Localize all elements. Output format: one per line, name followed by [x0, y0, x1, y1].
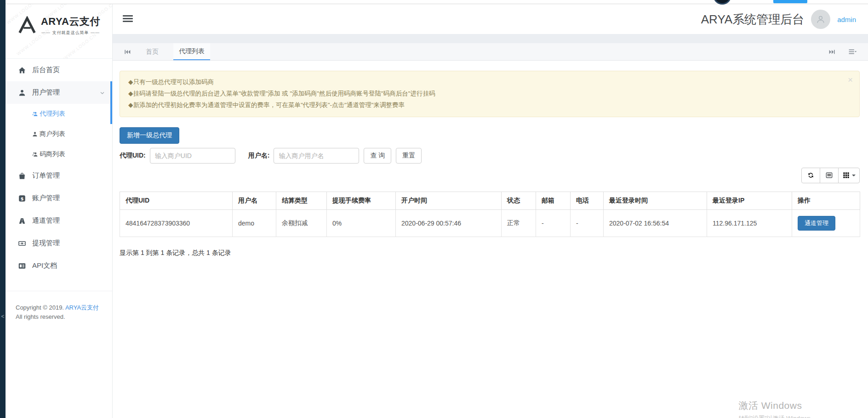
- hamburger-icon[interactable]: [123, 15, 133, 23]
- document-icon: [18, 262, 26, 270]
- column-header: 电话: [571, 192, 604, 209]
- column-header: 提现手续费率: [327, 192, 396, 209]
- cell-actions: 通道管理: [792, 209, 860, 237]
- table-header-row: 代理UID 用户名 结算类型 提现手续费率 开户时间 状态 邮箱 电话 最近登录…: [120, 192, 860, 209]
- sidebar-item-label: 账户管理: [32, 194, 60, 203]
- refresh-icon: [807, 172, 814, 179]
- toggle-view-button[interactable]: [820, 168, 839, 183]
- sidebar-subitem-agent-list[interactable]: 代理列表: [6, 104, 112, 124]
- sidebar-item-accounts[interactable]: 账户管理: [6, 187, 112, 209]
- sidebar-item-label: 通道管理: [32, 216, 60, 225]
- column-header: 开户时间: [396, 192, 502, 209]
- column-header: 最近登录IP: [707, 192, 792, 209]
- tab-agent-list[interactable]: 代理列表: [173, 43, 210, 60]
- home-icon: [18, 67, 26, 74]
- username-link[interactable]: admin: [837, 16, 856, 23]
- sidebar-item-orders[interactable]: 订单管理: [6, 164, 112, 187]
- pagination-summary: 显示第 1 到第 1 条记录，总共 1 条记录: [120, 249, 860, 257]
- column-header: 用户名: [233, 192, 276, 209]
- sidebar-item-withdrawals[interactable]: 提现管理: [6, 232, 112, 254]
- sidebar-item-label: 码商列表: [40, 150, 65, 158]
- cell-last-login-ip: 112.96.171.125: [707, 209, 792, 237]
- cell-email: -: [536, 209, 571, 237]
- page: < WWW.LOGO.CN WWW.LOGO.CN WWW.LOGO.CN WW…: [0, 0, 868, 418]
- dollar-icon: [18, 195, 26, 202]
- fast-forward-icon[interactable]: [828, 49, 836, 55]
- sidebar-item-label: 代理列表: [40, 110, 65, 118]
- brand-link[interactable]: ARYA云支付: [65, 304, 99, 311]
- sidebar: WWW.LOGO.CN WWW.LOGO.CN WWW.LOGO.CN WWW.…: [6, 0, 113, 418]
- cell-last-login-time: 2020-07-02 16:56:54: [604, 209, 707, 237]
- username-input[interactable]: [274, 148, 359, 164]
- column-header: 状态: [502, 192, 536, 209]
- tab-label: 首页: [146, 48, 159, 56]
- close-icon[interactable]: ×: [848, 74, 853, 86]
- users-icon: [32, 111, 38, 117]
- avatar[interactable]: [811, 10, 830, 29]
- user-icon: [32, 131, 38, 137]
- road-icon: [18, 217, 26, 225]
- logo-area: WWW.LOGO.CN WWW.LOGO.CN WWW.LOGO.CN WWW.…: [6, 0, 112, 59]
- columns-grid-icon: [843, 172, 850, 179]
- column-header: 结算类型: [276, 192, 327, 209]
- main-area: ARYA系统管理后台 admin 首页 代理列表 ◆只有一级总代理可以添加码商 …: [113, 5, 868, 418]
- toggle-view-icon: [826, 172, 833, 179]
- left-dark-strip: <: [0, 0, 6, 418]
- content: ◆只有一级总代理可以添加码商 ◆挂码请登陆一级总代理的后台进入菜单"收款管理"添…: [113, 61, 868, 257]
- columns-button[interactable]: [838, 168, 860, 183]
- fast-backward-icon[interactable]: [124, 49, 131, 55]
- sidebar-item-label: 提现管理: [32, 239, 60, 248]
- sidebar-item-label: API文档: [32, 261, 57, 270]
- chevron-down-icon: [100, 90, 105, 96]
- top-edge: [6, 0, 868, 4]
- channel-manage-button[interactable]: 通道管理: [798, 216, 835, 231]
- sidebar-item-dashboard[interactable]: 后台首页: [6, 59, 112, 81]
- cell-withdraw-fee: 0%: [327, 209, 396, 237]
- brand-logo-icon: [17, 16, 37, 34]
- sidebar-item-label: 订单管理: [32, 171, 60, 180]
- copyright-suffix: All rights reserved.: [16, 313, 65, 320]
- caret-down-icon: [852, 175, 856, 176]
- notice-line: ◆挂码请登陆一级总代理的后台进入菜单"收款管理"添加 或 "添加码商"然后使用码…: [128, 88, 841, 100]
- tab-band: [113, 34, 868, 43]
- brand-tagline: —— 支付就是这么简单 ——: [41, 30, 100, 36]
- table-row: 484164728373903360 demo 余额扣减 0% 2020-06-…: [120, 209, 860, 237]
- cell-open-time: 2020-06-29 00:57:46: [396, 209, 502, 237]
- sidebar-item-user-management[interactable]: 用户管理: [6, 81, 112, 104]
- add-top-agent-button[interactable]: 新增一级总代理: [120, 127, 179, 144]
- sidebar-item-label: 后台首页: [32, 66, 60, 74]
- table-toolbar: [120, 168, 860, 183]
- tab-home[interactable]: 首页: [144, 43, 160, 60]
- brand-name: ARYA云支付: [41, 15, 100, 28]
- sidebar-menu: 后台首页 用户管理 代理列表 商户列表 码商列表 订单管理: [6, 59, 112, 277]
- sidebar-item-label: 商户列表: [40, 130, 65, 138]
- agent-uid-input[interactable]: [150, 148, 235, 164]
- sidebar-subitem-codemerchant-list[interactable]: 码商列表: [6, 144, 112, 164]
- tab-menu-icon[interactable]: [849, 48, 857, 55]
- top-header: ARYA系统管理后台 admin: [113, 5, 868, 34]
- column-header: 操作: [792, 192, 860, 209]
- sidebar-collapse-handle[interactable]: <: [0, 313, 6, 320]
- agents-table: 代理UID 用户名 结算类型 提现手续费率 开户时间 状态 邮箱 电话 最近登录…: [120, 192, 860, 237]
- sidebar-item-channels[interactable]: 通道管理: [6, 209, 112, 232]
- copyright-prefix: Copyright © 2019.: [16, 304, 64, 311]
- sidebar-item-label: 用户管理: [32, 88, 60, 97]
- banknote-icon: [18, 240, 26, 247]
- copyright: Copyright © 2019. ARYA云支付 All rights res…: [6, 291, 112, 322]
- sidebar-item-api-docs[interactable]: API文档: [6, 254, 112, 277]
- username-label: 用户名:: [248, 152, 270, 160]
- cell-username: demo: [233, 209, 276, 237]
- sidebar-subitem-merchant-list[interactable]: 商户列表: [6, 124, 112, 144]
- column-header: 最近登录时间: [604, 192, 707, 209]
- cell-status: 正常: [502, 209, 536, 237]
- notice-alert: ◆只有一级总代理可以添加码商 ◆挂码请登陆一级总代理的后台进入菜单"收款管理"添…: [120, 71, 860, 117]
- logo-watermark: WWW.LOGO.CN: [63, 32, 97, 59]
- browser-overlay-button: [773, 0, 807, 3]
- shopping-bag-icon: [18, 172, 26, 180]
- cell-agent-uid: 484164728373903360: [120, 209, 233, 237]
- user-icon: [18, 89, 26, 96]
- search-button[interactable]: 查 询: [364, 148, 391, 164]
- refresh-button[interactable]: [801, 168, 820, 183]
- filter-row: 代理UID: 用户名: 查 询 重置: [120, 148, 860, 164]
- reset-button[interactable]: 重置: [396, 148, 422, 164]
